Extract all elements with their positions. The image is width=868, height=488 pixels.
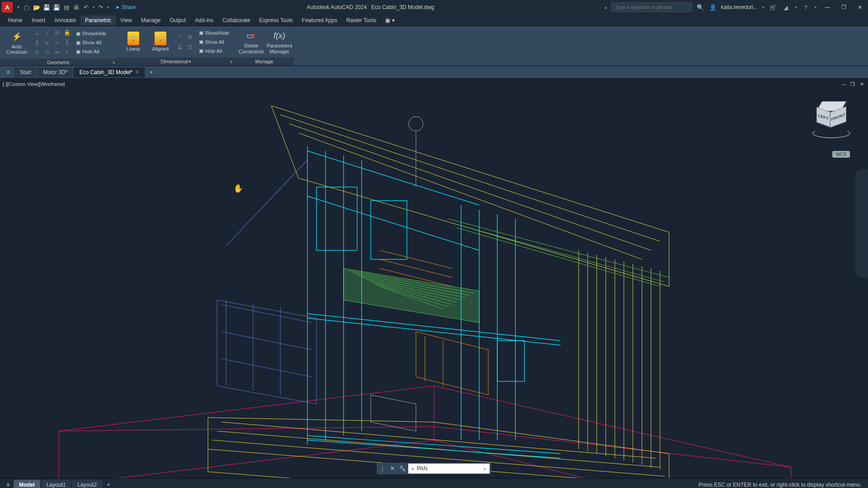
menu-bar: Home Insert Annotate Parametric View Man… (0, 14, 868, 26)
panel-arrow-icon[interactable]: ↘ (112, 60, 115, 65)
cmd-close-icon[interactable]: ✕ (388, 465, 396, 473)
ribbon-panel-geometric: ⚡ Auto Constrain ⊥ ╱ ◎ 🔒 ∥ ⊾ ═ ║ ⊙ ∿ ⇔ =… (0, 26, 118, 66)
dim-icon-1[interactable]: ◠ (175, 33, 184, 42)
dim-showall-button[interactable]: ▣Show All (197, 38, 231, 46)
parallel-icon[interactable]: ∥ (33, 38, 42, 47)
status-message: Press ESC or ENTER to exit, or right-cli… (698, 482, 865, 488)
viewcube-compass[interactable] (812, 128, 850, 138)
help-icon[interactable]: ? (801, 3, 810, 12)
command-bar: ⋮ ✕ 🔧 ▸ PAN ▴ (377, 463, 491, 474)
menu-raster-tools[interactable]: Raster Tools (342, 15, 381, 25)
web-icon[interactable]: ▤ (62, 3, 71, 12)
tangent-icon[interactable]: ⊙ (33, 48, 42, 57)
cmd-history-icon[interactable]: ⋮ (378, 465, 387, 473)
layout-menu-icon[interactable]: ≡ (3, 479, 14, 488)
svg-rect-0 (316, 187, 357, 250)
panel-title-geometric: Geometric (47, 60, 70, 65)
doc-tab-ecocabin[interactable]: Eco Cabin_3D Model*✕ (74, 67, 145, 77)
svg-rect-1 (371, 201, 407, 259)
delete-constraints-button[interactable]: ▭✕ Delete Constraints (239, 28, 264, 56)
menu-insert[interactable]: Insert (27, 15, 50, 25)
delete-constraints-icon: ▭✕ (245, 29, 258, 42)
geo-showall-button[interactable]: ▣Show All (74, 38, 108, 47)
menu-parametric[interactable]: Parametric (80, 15, 116, 25)
close-tab-icon[interactable]: ✕ (135, 69, 139, 75)
menu-manage[interactable]: Manage (137, 15, 165, 25)
undo-icon[interactable]: ↶ (82, 3, 91, 12)
menu-featured-apps[interactable]: Featured Apps (297, 15, 342, 25)
restore-button[interactable]: ❐ (837, 2, 850, 12)
minimize-button[interactable]: — (821, 2, 834, 12)
menu-home[interactable]: Home (4, 15, 27, 25)
save-icon[interactable]: 💾 (42, 3, 51, 12)
svg-rect-2 (497, 341, 524, 381)
app-switcher-icon[interactable]: ◢ (781, 3, 790, 12)
layout-tab-layout1[interactable]: Layout1 (41, 480, 71, 488)
doc-tab-start[interactable]: Start (14, 67, 37, 77)
showall-icon: ▣ (199, 39, 203, 45)
cart-icon[interactable]: 🛒 (769, 3, 778, 12)
dim-hideall-button[interactable]: ▣Hide All (197, 47, 231, 55)
open-icon[interactable]: 📂 (32, 3, 41, 12)
auto-constrain-button[interactable]: ⚡ Auto Constrain (4, 29, 30, 56)
smooth-icon[interactable]: ∿ (42, 48, 52, 57)
viewport[interactable]: [-][Custom View][Wireframe] — ❐ ✕ (0, 79, 868, 478)
menu-view[interactable]: View (116, 15, 137, 25)
share-button[interactable]: ➤ Share (115, 4, 136, 10)
wcs-badge[interactable]: WCS (832, 151, 850, 158)
symmetric-icon[interactable]: ⇔ (52, 48, 61, 57)
layout-tabs: Model Layout1 Layout2 + (14, 479, 114, 488)
title-bar: A ▼ ▢ 📂 💾 💾 ▤ 🖶 ↶ ▼ ↷ ▼ ➤ Share Autodesk… (0, 0, 868, 14)
concentric-icon[interactable]: ◎ (52, 28, 61, 37)
search-input[interactable] (611, 2, 692, 12)
cmd-customize-icon[interactable]: 🔧 (398, 465, 406, 473)
user-icon[interactable]: 👤 (708, 3, 717, 12)
doc-tab-motor3d[interactable]: Motor 3D* (38, 67, 73, 77)
user-name-label[interactable]: kaila.tenedori... (721, 4, 758, 10)
parameters-manager-button[interactable]: f(x) Parameters Manager (267, 28, 292, 56)
menu-extra[interactable]: ▣ ▾ (381, 15, 399, 25)
navigation-bar[interactable] (855, 169, 868, 277)
menu-express-tools[interactable]: Express Tools (255, 15, 297, 25)
dim-icon-3[interactable]: ∡ (175, 42, 184, 52)
new-icon[interactable]: ▢ (22, 3, 31, 12)
dim-icon-2[interactable]: ⊘ (185, 33, 194, 42)
aligned-button[interactable]: 🔒 Aligned (148, 28, 173, 56)
saveas-icon[interactable]: 💾 (52, 3, 61, 12)
horizontal-icon[interactable]: ═ (52, 38, 61, 47)
coincident-icon[interactable]: ⊥ (33, 28, 42, 37)
app-logo[interactable]: A (2, 2, 13, 13)
ribbon-panel-dimensional: 🔒 Linear 🔒 Aligned ◠ ⊘ ∡ ⊡ ▣Show/Hide ▣S… (118, 26, 235, 66)
close-button[interactable]: ✕ (854, 2, 866, 12)
geo-showhide-button[interactable]: ▣Show/Hide (74, 29, 108, 38)
cmd-dropdown-icon[interactable]: ▴ (484, 466, 486, 471)
perpendicular-icon[interactable]: ⊾ (42, 38, 52, 47)
equal-icon[interactable]: = (62, 48, 71, 57)
plot-icon[interactable]: 🖶 (72, 3, 81, 12)
redo-icon[interactable]: ↷ (96, 3, 105, 12)
viewcube[interactable]: LEFT FRONT (811, 101, 852, 142)
menu-annotate[interactable]: Annotate (50, 15, 80, 25)
layout-tab-model[interactable]: Model (14, 480, 40, 488)
fix-icon[interactable]: 🔒 (62, 28, 71, 37)
vertical-icon[interactable]: ║ (62, 38, 71, 47)
menu-addins[interactable]: Add-ins (190, 15, 218, 25)
layout-tab-layout2[interactable]: Layout2 (72, 480, 102, 488)
showall-icon: ▣ (76, 40, 80, 46)
geo-hideall-button[interactable]: ▣Hide All (74, 47, 108, 56)
new-layout-button[interactable]: + (103, 479, 114, 488)
collinear-icon[interactable]: ╱ (42, 28, 52, 37)
menu-output[interactable]: Output (165, 15, 190, 25)
linear-button[interactable]: 🔒 Linear (121, 28, 146, 56)
search-icon[interactable]: 🔍 (696, 3, 705, 12)
command-input[interactable]: ▸ PAN ▴ (408, 464, 490, 474)
bottom-bar: ≡ Model Layout1 Layout2 + Press ESC or E… (0, 478, 868, 488)
panel-title-dimensional[interactable]: Dimensional (160, 59, 188, 64)
showhide-icon: ▣ (199, 30, 203, 36)
dim-showhide-button[interactable]: ▣Show/Hide (197, 29, 231, 37)
menu-collaborate[interactable]: Collaborate (218, 15, 255, 25)
doc-tabs-menu-icon[interactable]: ≡ (3, 67, 14, 78)
panel-arrow-icon[interactable]: ↘ (229, 59, 233, 64)
new-tab-button[interactable]: + (146, 67, 156, 78)
dim-icon-4[interactable]: ⊡ (185, 42, 194, 52)
